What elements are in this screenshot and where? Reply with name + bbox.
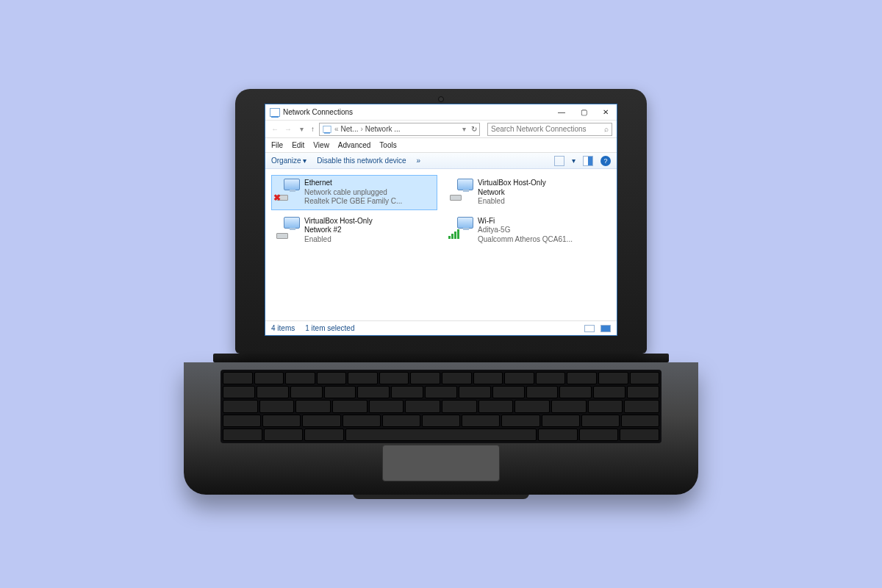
- titlebar-left: Network Connections: [270, 108, 353, 117]
- titlebar[interactable]: Network Connections — ▢ ✕: [265, 104, 617, 121]
- window-title: Network Connections: [283, 108, 353, 116]
- adapter-name: VirtualBox Host-Only: [304, 217, 373, 226]
- adapter-wifi[interactable]: Wi-Fi Aditya-5G Qualcomm Atheros QCA61..…: [445, 213, 611, 248]
- breadcrumb-1[interactable]: Net...: [341, 125, 359, 133]
- search-icon[interactable]: ⌕: [604, 125, 609, 133]
- window: Network Connections — ▢ ✕ ← → ▾ ↑ « Net.…: [265, 104, 617, 336]
- network-window-icon: [270, 108, 280, 117]
- menu-bar: File Edit View Advanced Tools: [265, 138, 617, 153]
- minimize-button[interactable]: —: [551, 104, 573, 121]
- forward-button[interactable]: →: [283, 125, 293, 133]
- search-box[interactable]: Search Network Connections ⌕: [487, 123, 612, 136]
- adapter-device: Enabled: [478, 197, 546, 207]
- touchpad: [382, 445, 500, 481]
- adapter-ethernet[interactable]: ✖ Ethernet Network cable unplugged Realt…: [271, 175, 437, 210]
- laptop-screen-bezel: Network Connections — ▢ ✕ ← → ▾ ↑ « Net.…: [235, 89, 647, 354]
- address-icon: [323, 126, 331, 133]
- keyboard: [220, 370, 662, 443]
- network-adapter-icon: [275, 217, 300, 239]
- organize-button[interactable]: Organize ▾: [271, 157, 306, 165]
- adapter-name: Wi-Fi: [478, 217, 573, 226]
- laptop-hinge: [213, 354, 669, 362]
- more-commands[interactable]: »: [417, 157, 421, 165]
- large-icons-view-icon[interactable]: [600, 325, 611, 332]
- adapter-name: VirtualBox Host-Only: [478, 179, 546, 188]
- menu-file[interactable]: File: [271, 141, 283, 149]
- wifi-adapter-icon: [448, 217, 473, 239]
- view-dropdown[interactable]: ▾: [572, 157, 576, 165]
- wifi-signal-icon: [448, 229, 459, 239]
- adapter-device: Enabled: [304, 235, 373, 245]
- adapter-device: Realtek PCIe GBE Family C...: [304, 197, 402, 207]
- disable-device-button[interactable]: Disable this network device: [317, 157, 406, 165]
- details-view-icon[interactable]: [584, 325, 595, 332]
- close-button[interactable]: ✕: [595, 104, 617, 121]
- error-x-icon: ✖: [273, 193, 282, 201]
- adapter-name: Ethernet: [304, 179, 402, 188]
- menu-edit[interactable]: Edit: [292, 141, 304, 149]
- breadcrumb-2[interactable]: Network ...: [365, 125, 401, 133]
- adapter-virtualbox-2[interactable]: VirtualBox Host-Only Network #2 Enabled: [271, 213, 437, 248]
- breadcrumb-sep: ›: [360, 125, 362, 133]
- laptop-body: [184, 362, 698, 495]
- nav-bar: ← → ▾ ↑ « Net... › Network ... ▾ ↻ Searc…: [265, 121, 617, 138]
- preview-pane-icon[interactable]: [583, 156, 593, 166]
- history-dropdown[interactable]: ▾: [296, 125, 306, 133]
- item-count: 4 items: [271, 324, 295, 332]
- status-bar: 4 items 1 item selected: [265, 320, 617, 335]
- adapter-status: Network cable unplugged: [304, 188, 402, 198]
- menu-advanced[interactable]: Advanced: [338, 141, 370, 149]
- menu-tools[interactable]: Tools: [379, 141, 396, 149]
- ethernet-icon: ✖: [275, 179, 300, 201]
- window-controls: — ▢ ✕: [551, 104, 617, 121]
- maximize-button[interactable]: ▢: [573, 104, 595, 121]
- command-bar: Organize ▾ Disable this network device »…: [265, 153, 617, 169]
- selection-count: 1 item selected: [305, 324, 354, 332]
- menu-view[interactable]: View: [313, 141, 329, 149]
- breadcrumb-prefix: «: [334, 125, 339, 133]
- back-button[interactable]: ←: [270, 125, 280, 133]
- view-options-icon[interactable]: [554, 156, 564, 166]
- adapter-virtualbox-1[interactable]: VirtualBox Host-Only Network Enabled: [445, 175, 611, 210]
- network-adapter-icon: [448, 179, 473, 201]
- adapter-status: Network: [478, 188, 546, 198]
- adapter-device: Qualcomm Atheros QCA61...: [478, 235, 573, 245]
- adapter-status: Aditya-5G: [478, 226, 573, 235]
- adapter-list: ✖ Ethernet Network cable unplugged Realt…: [265, 169, 617, 320]
- help-button[interactable]: ?: [600, 156, 611, 166]
- refresh-button[interactable]: ↻: [471, 125, 477, 133]
- address-dropdown[interactable]: ▾: [462, 125, 466, 133]
- search-placeholder: Search Network Connections: [491, 125, 587, 133]
- laptop-mockup: Network Connections — ▢ ✕ ← → ▾ ↑ « Net.…: [184, 89, 698, 499]
- up-button[interactable]: ↑: [311, 125, 315, 133]
- address-bar[interactable]: « Net... › Network ... ▾ ↻: [319, 123, 480, 136]
- adapter-status: Network #2: [304, 226, 373, 235]
